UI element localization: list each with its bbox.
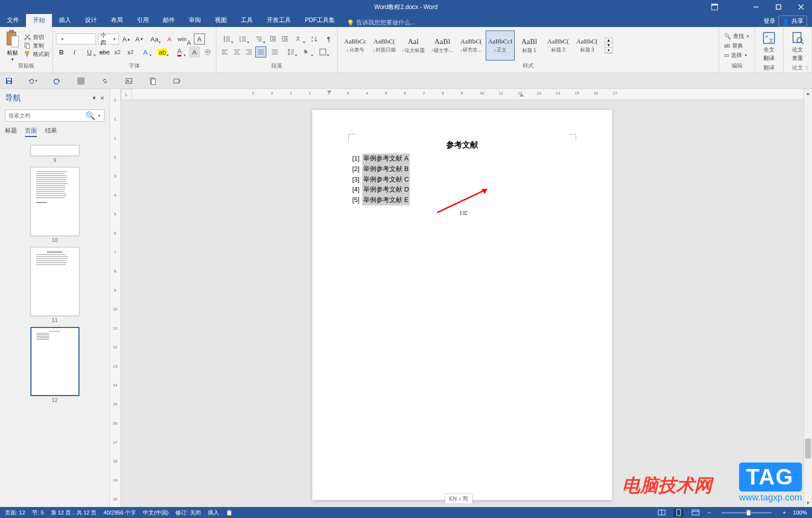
font-size-select[interactable]: 小四▼ (98, 34, 119, 44)
tab-file[interactable]: 文件 (0, 14, 26, 27)
show-marks-button[interactable]: ¶ (323, 34, 334, 44)
thumbnail-page-11[interactable] (30, 247, 79, 316)
zoom-out-button[interactable]: − (708, 510, 711, 516)
nav-search-input[interactable] (8, 112, 85, 118)
maximize-button[interactable] (767, 0, 790, 14)
pages-button[interactable] (148, 76, 158, 86)
reference-item[interactable]: [2] 举例参考文献 B (352, 164, 572, 174)
numbering-button[interactable]: 123▼ (235, 34, 250, 44)
nav-search-button[interactable]: 🔍▼ (85, 111, 101, 120)
thumbnail-page-9[interactable] (30, 145, 79, 156)
styles-down-icon[interactable]: ▼ (605, 43, 612, 48)
shrink-font-button[interactable]: A▼ (134, 34, 145, 44)
web-layout-button[interactable] (691, 508, 701, 516)
change-case-button[interactable]: Aa▼ (147, 34, 162, 44)
tab-pdf[interactable]: PDF工具集 (298, 14, 342, 27)
tab-mailings[interactable]: 邮件 (156, 14, 182, 27)
tab-view[interactable]: 视图 (208, 14, 234, 27)
phonetic-guide-button[interactable]: wénA (177, 34, 192, 44)
status-extra-icon[interactable]: 📋 (226, 510, 233, 516)
font-family-select[interactable]: ▼ (56, 34, 96, 44)
nav-tab-headings[interactable]: 标题 (5, 126, 17, 137)
status-insert[interactable]: 插入 (208, 509, 219, 516)
zoom-thumb[interactable] (747, 510, 751, 516)
nav-search-box[interactable]: 🔍▼ (5, 110, 104, 122)
style-item-8[interactable]: AaBbC(标题 3 (573, 30, 602, 60)
copy-button[interactable]: 复制 (24, 42, 49, 50)
multilevel-list-button[interactable]: ▼ (251, 34, 266, 44)
strikethrough-button[interactable]: abc (99, 46, 110, 58)
align-distributed-button[interactable] (267, 46, 282, 58)
status-words[interactable]: 40/2956 个字 (103, 509, 136, 516)
highlight-button[interactable]: ab▼ (155, 46, 170, 58)
align-right-button[interactable] (243, 46, 254, 58)
status-page-of[interactable]: 第 12 页，共 12 页 (51, 509, 97, 516)
read-mode-button[interactable] (657, 508, 667, 516)
style-item-0[interactable]: AaBbCc♪分类号 (341, 30, 370, 60)
format-painter-button[interactable]: 格式刷 (24, 50, 49, 58)
tell-me-hint[interactable]: 💡 告诉我您想要做什么... (342, 18, 420, 27)
undo-button[interactable]: ▼ (28, 76, 38, 86)
scroll-down-icon[interactable]: ▼ (804, 498, 812, 507)
document-page[interactable]: 参考文献 [1] 举例参考文献 A[2] 举例参考文献 B[3] 举例参考文献 … (312, 110, 612, 500)
ruler-corner[interactable]: L (121, 89, 132, 100)
cut-button[interactable]: 剪切 (24, 34, 49, 41)
replace-button[interactable]: ab替换 (722, 42, 752, 50)
thumbnail-page-12[interactable] (30, 327, 79, 396)
reference-item[interactable]: [1] 举例参考文献 A (352, 154, 572, 164)
char-shading-button[interactable]: A (189, 46, 200, 58)
align-left-button[interactable] (219, 46, 230, 58)
translate-button[interactable]: a文 全文 翻译 (758, 29, 780, 64)
status-lang[interactable]: 中文(中国) (143, 509, 168, 516)
style-item-5[interactable]: AaBbCcI♪正文 (486, 30, 515, 60)
table-button[interactable] (76, 76, 86, 86)
style-item-6[interactable]: AaBl标题 1 (515, 30, 544, 60)
text-direction-button[interactable]: 文▼ (291, 34, 306, 44)
nav-tab-pages[interactable]: 页面 (25, 126, 37, 137)
bullets-button[interactable]: ▼ (219, 34, 234, 44)
style-item-3[interactable]: AaBl♪硕士学... (428, 30, 457, 60)
bold-button[interactable]: B (56, 46, 67, 58)
nav-tab-results[interactable]: 结果 (45, 126, 57, 137)
more-button[interactable] (172, 76, 182, 86)
paste-button[interactable]: 粘贴 ▼ (3, 30, 22, 61)
print-layout-button[interactable] (674, 508, 684, 516)
ribbon-display-options-icon[interactable] (707, 0, 722, 14)
nav-close-icon[interactable]: ✕ (100, 95, 104, 102)
style-item-7[interactable]: AaBbC(标题 2 (544, 30, 573, 60)
shading-button[interactable]: ▼ (299, 46, 314, 58)
link-button[interactable] (100, 76, 110, 86)
borders-button[interactable]: ▼ (315, 46, 330, 58)
vertical-scrollbar[interactable]: ▲ ▼ (804, 89, 812, 507)
subscript-button[interactable]: x2 (112, 46, 123, 58)
decrease-indent-button[interactable] (267, 34, 278, 44)
align-center-button[interactable] (231, 46, 242, 58)
save-button[interactable] (4, 76, 14, 86)
ime-indicator[interactable]: EN ♪ 简 (445, 494, 473, 504)
zoom-in-button[interactable]: + (783, 510, 786, 516)
tab-layout[interactable]: 布局 (104, 14, 130, 27)
thumbnail-page-10[interactable] (30, 167, 79, 236)
horizontal-ruler[interactable]: 3211234567891011121314151617 (132, 89, 804, 100)
clear-format-button[interactable]: A (164, 34, 175, 44)
superscript-button[interactable]: x2 (125, 46, 136, 58)
align-justify-button[interactable] (255, 46, 266, 58)
scroll-track[interactable] (804, 98, 812, 498)
tab-review[interactable]: 审阅 (182, 14, 208, 27)
tab-design[interactable]: 设计 (78, 14, 104, 27)
text-effects-button[interactable]: A▼ (138, 46, 153, 58)
close-button[interactable] (790, 0, 812, 14)
style-item-1[interactable]: AaBbC(♪封面日期 (370, 30, 399, 60)
reference-item[interactable]: [3] 举例参考文献 C (352, 174, 572, 185)
underline-button[interactable]: U▼ (82, 46, 97, 58)
sort-button[interactable]: AZ (307, 34, 322, 44)
tab-home[interactable]: 开始 (26, 14, 52, 27)
enclose-char-button[interactable]: ㊥ (202, 46, 213, 58)
redo-button[interactable] (52, 76, 62, 86)
picture-button[interactable] (124, 76, 134, 86)
zoom-slider[interactable] (722, 512, 772, 514)
reference-item[interactable]: [5] 举例参考文献 E (352, 195, 572, 206)
font-color-button[interactable]: A▼ (172, 46, 187, 58)
styles-up-icon[interactable]: ▲ (605, 38, 612, 43)
select-button[interactable]: ▭选择▼ (722, 51, 752, 60)
